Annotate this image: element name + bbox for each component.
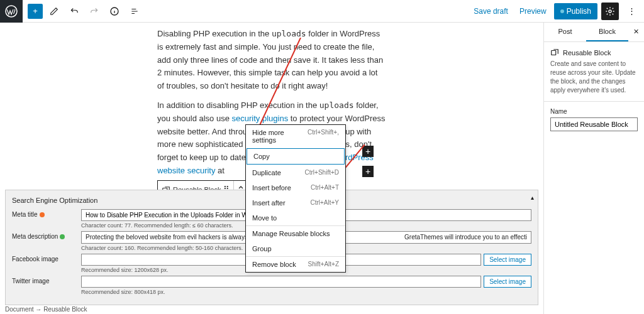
twitter-image-label: Twitter image xyxy=(12,276,75,284)
more-menu-button[interactable]: ⋮ xyxy=(623,3,640,20)
add-block-inline-button[interactable]: + xyxy=(362,166,374,177)
redo-button[interactable] xyxy=(86,3,103,20)
manage-reusable-item[interactable]: Manage Reusable blocks xyxy=(246,225,345,241)
move-to-item[interactable]: Move to xyxy=(246,210,345,225)
facebook-image-label: Facebook image xyxy=(12,254,75,263)
name-field-label: Name xyxy=(550,108,638,115)
svg-point-2 xyxy=(609,10,611,13)
svg-rect-5 xyxy=(552,51,556,55)
settings-sidebar: Post Block ✕ Reusable Block Create and s… xyxy=(543,23,644,314)
reusable-block-icon xyxy=(550,48,559,57)
add-block-button[interactable]: + xyxy=(28,4,43,19)
hide-more-settings-item[interactable]: Hide more settingsCtrl+Shift+, xyxy=(246,125,345,148)
add-block-inline-button[interactable]: + xyxy=(362,146,374,157)
tab-block[interactable]: Block xyxy=(586,23,628,41)
twitter-image-hint: Recommended size: 800x418 px. xyxy=(81,289,531,295)
collapse-icon[interactable]: ▴ xyxy=(531,194,534,201)
insert-before-item[interactable]: Insert beforeCtrl+Alt+T xyxy=(246,180,345,195)
outline-button[interactable] xyxy=(126,3,143,20)
meta-description-label: Meta description xyxy=(12,231,75,240)
info-button[interactable] xyxy=(106,3,123,20)
block-name-title: Reusable Block xyxy=(563,49,611,57)
insert-after-item[interactable]: Insert afterCtrl+Alt+Y xyxy=(246,195,345,210)
ok-indicator-icon xyxy=(60,234,65,239)
block-name-input[interactable] xyxy=(550,117,638,131)
block-options-dropdown: Hide more settingsCtrl+Shift+, Copy Dupl… xyxy=(245,124,346,273)
publish-button[interactable]: Publish xyxy=(554,3,597,19)
security-plugins-link[interactable]: security plugins xyxy=(232,114,289,123)
twitter-image-input[interactable] xyxy=(81,276,481,288)
edit-mode-icon[interactable] xyxy=(45,3,63,20)
close-sidebar-button[interactable]: ✕ xyxy=(628,23,644,41)
copy-item[interactable]: Copy xyxy=(247,148,345,165)
paragraph[interactable]: Disabling PHP execution in the uploads f… xyxy=(157,28,386,93)
wordpress-logo[interactable] xyxy=(0,0,23,23)
duplicate-item[interactable]: DuplicateCtrl+Shift+D xyxy=(246,165,345,180)
meta-title-label: Meta title xyxy=(12,209,75,218)
preview-button[interactable]: Preview xyxy=(516,4,550,18)
breadcrumb[interactable]: Document → Reusable Block xyxy=(5,305,87,314)
block-description: Create and save content to reuse across … xyxy=(550,60,638,95)
remove-block-item[interactable]: Remove blockShift+Alt+Z xyxy=(246,256,345,272)
select-image-button[interactable]: Select image xyxy=(484,254,531,266)
settings-button[interactable] xyxy=(601,3,619,20)
tab-post[interactable]: Post xyxy=(544,23,586,41)
select-image-button[interactable]: Select image xyxy=(484,276,531,288)
warning-indicator-icon xyxy=(40,212,45,217)
group-item[interactable]: Group xyxy=(246,241,345,256)
save-draft-button[interactable]: Save draft xyxy=(470,4,512,18)
undo-button[interactable] xyxy=(65,3,83,20)
